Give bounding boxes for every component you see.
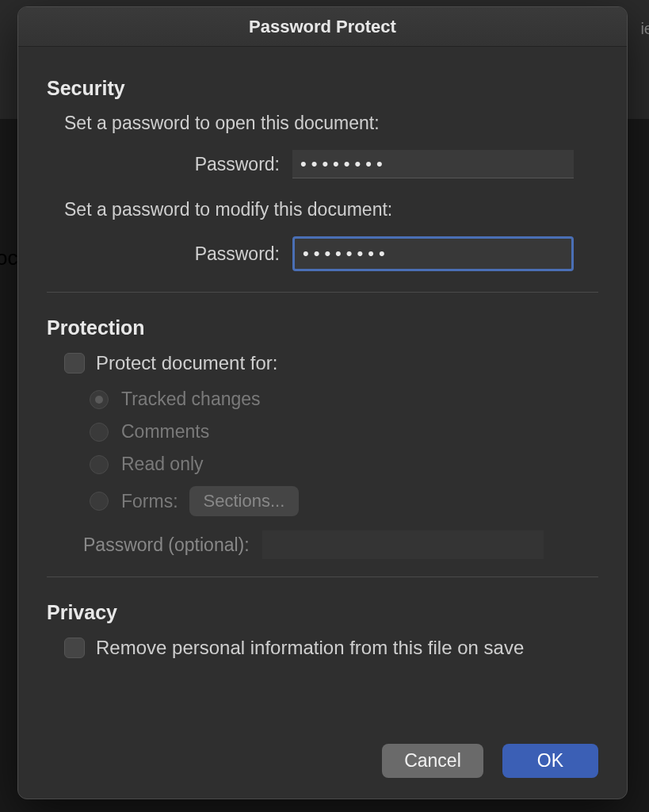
tracked-changes-label: Tracked changes xyxy=(121,389,261,410)
modify-password-hint: Set a password to modify this document: xyxy=(64,199,598,220)
protection-heading: Protection xyxy=(47,316,598,339)
open-password-input[interactable] xyxy=(292,150,574,178)
background-fragment-left: oc xyxy=(0,246,17,270)
forms-radio xyxy=(90,492,109,511)
privacy-heading: Privacy xyxy=(47,601,598,624)
remove-personal-info-checkbox[interactable] xyxy=(64,638,85,658)
dialog-title: Password Protect xyxy=(18,7,627,47)
divider xyxy=(47,292,598,293)
protect-document-label: Protect document for: xyxy=(96,352,277,374)
remove-personal-info-label: Remove personal information from this fi… xyxy=(96,637,524,659)
forms-label: Forms: xyxy=(121,491,178,512)
background-fragment-right: ie xyxy=(640,20,649,38)
optional-password-input xyxy=(262,530,544,559)
divider xyxy=(47,576,598,577)
read-only-radio xyxy=(90,455,109,474)
modify-password-label: Password: xyxy=(47,243,292,265)
open-password-label: Password: xyxy=(47,154,292,175)
comments-radio xyxy=(90,423,109,442)
sections-button: Sections... xyxy=(189,486,300,516)
cancel-button[interactable]: Cancel xyxy=(382,744,483,778)
tracked-changes-radio xyxy=(90,390,109,409)
password-protect-dialog: Password Protect Security Set a password… xyxy=(17,6,628,799)
protect-document-checkbox[interactable] xyxy=(64,353,85,373)
comments-label: Comments xyxy=(121,421,209,442)
optional-password-label: Password (optional): xyxy=(83,534,250,556)
read-only-label: Read only xyxy=(121,454,204,475)
security-heading: Security xyxy=(47,77,598,100)
open-password-hint: Set a password to open this document: xyxy=(64,113,598,134)
ok-button[interactable]: OK xyxy=(502,744,598,778)
modify-password-input[interactable] xyxy=(292,236,574,271)
